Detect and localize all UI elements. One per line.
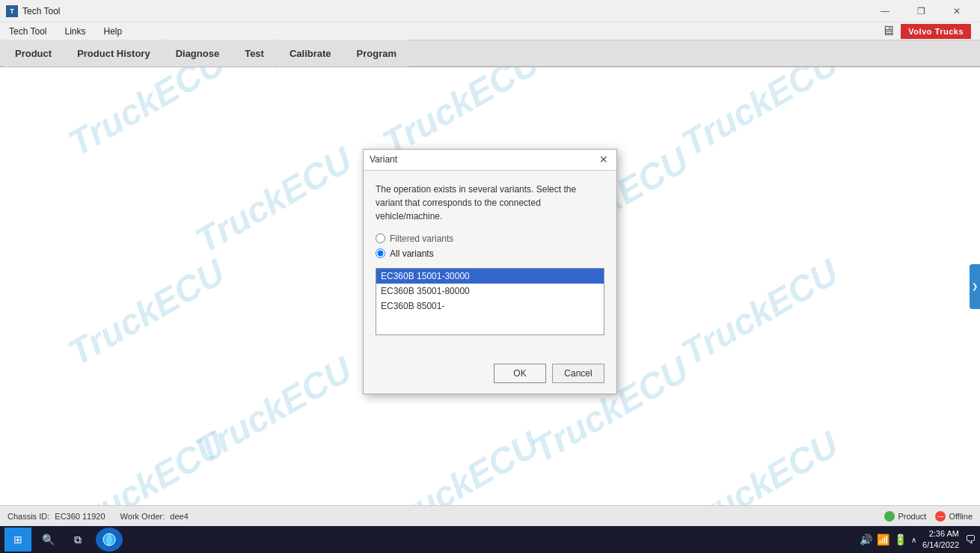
tab-diagnose[interactable]: Diagnose [164,40,232,67]
radio-all-label: All variants [390,248,434,259]
menu-bar: Tech Tool Links Help 🖥 Volvo Trucks [0,22,980,40]
chassis-info: Chassis ID: EC360 11920 [7,512,105,521]
status-bar: Chassis ID: EC360 11920 Work Order: dee4… [0,505,980,526]
battery-icon: 🔋 [894,534,907,546]
variant-dialog: Variant ✕ The operation exists in severa… [363,149,617,394]
dialog-close-button[interactable]: ✕ [597,153,610,166]
radio-filtered-input[interactable] [376,233,385,243]
side-handle[interactable]: ❯ [970,264,980,309]
close-button[interactable]: ✕ [940,0,974,22]
workorder-info: Work Order: dee4 [120,512,189,521]
chevron-icon[interactable]: ∧ [911,536,916,544]
menu-links[interactable]: Links [61,25,88,38]
variant-item-1[interactable]: EC360B 15001-30000 [376,269,604,284]
offline-status-label: Offline [949,512,973,521]
status-left: Chassis ID: EC360 11920 Work Order: dee4 [7,512,189,521]
notification-icon[interactable]: 🗨 [965,534,976,546]
dialog-footer: OK Cancel [364,358,616,394]
minimize-button[interactable]: — [868,0,902,22]
speaker-icon: 🔊 [860,534,872,546]
browser-icon [102,532,117,547]
status-right: Product Offline [884,511,973,522]
product-status: Product [884,511,926,522]
variant-item-2[interactable]: EC360B 35001-80000 [376,284,604,299]
workorder-value: dee4 [170,512,188,521]
dialog-titlebar: Variant ✕ [364,150,616,171]
monitor-icon: 🖥 [881,23,895,39]
offline-status-icon [935,511,946,522]
ok-button[interactable]: OK [494,364,546,383]
start-button[interactable]: ⊞ [4,528,31,552]
tab-product[interactable]: Product [3,40,64,67]
chassis-value: EC360 11920 [55,512,105,521]
taskbar-time-display: 2:36 AM [922,528,959,540]
radio-group: Filtered variants All variants [376,233,604,259]
menu-help[interactable]: Help [101,25,126,38]
taskbar-left: ⊞ 🔍 ⧉ [4,528,124,552]
search-button[interactable]: 🔍 [34,528,61,552]
browser-button[interactable] [96,528,123,552]
tab-program[interactable]: Program [345,40,408,67]
taskbar-right: 🔊 📶 🔋 ∧ 2:36 AM 6/14/2022 🗨 [860,528,976,552]
radio-filtered-label: Filtered variants [390,233,453,244]
title-bar: T Tech Tool — ❐ ✕ [0,0,980,22]
product-status-label: Product [898,512,926,521]
cancel-button[interactable]: Cancel [552,364,604,383]
maximize-button[interactable]: ❐ [904,0,938,22]
app-icon: T [6,5,18,17]
chassis-label: Chassis ID: [7,512,49,521]
tab-calibrate[interactable]: Calibrate [278,40,343,67]
dialog-description: The operation exists in several variants… [376,183,604,223]
radio-all[interactable]: All variants [376,248,604,259]
task-view-button[interactable]: ⧉ [64,528,91,552]
taskbar-datetime: 2:36 AM 6/14/2022 [922,528,959,552]
taskbar-date-display: 6/14/2022 [922,540,959,551]
offline-status: Offline [935,511,973,522]
variant-listbox[interactable]: EC360B 15001-30000 EC360B 35001-80000 EC… [376,268,604,335]
app-title: Tech Tool [22,6,60,16]
volvo-trucks-button[interactable]: Volvo Trucks [901,24,971,39]
dialog-body: The operation exists in several variants… [364,171,616,358]
title-bar-left: T Tech Tool [6,5,60,17]
dialog-title: Variant [370,154,397,165]
main-content: TruckECU TruckECU TruckECU TruckECU Truc… [0,67,980,505]
taskbar-icons: 🔊 📶 🔋 ∧ [860,534,916,546]
nav-bar: Product Product History Diagnose Test Ca… [0,40,980,67]
variant-item-3[interactable]: EC360B 85001- [376,299,604,314]
radio-filtered[interactable]: Filtered variants [376,233,604,244]
radio-all-input[interactable] [376,248,385,258]
side-handle-icon: ❯ [972,282,978,290]
menu-techtool[interactable]: Tech Tool [6,25,49,38]
tab-product-history[interactable]: Product History [65,40,162,67]
workorder-label: Work Order: [120,512,165,521]
window-controls: — ❐ ✕ [868,0,974,22]
tab-test[interactable]: Test [233,40,276,67]
taskbar: ⊞ 🔍 ⧉ 🔊 📶 🔋 ∧ 2:36 AM 6/14/2022 🗨 [0,526,980,553]
network-icon: 📶 [877,534,889,546]
dialog-overlay: Variant ✕ The operation exists in severa… [0,67,980,505]
product-status-icon [884,511,895,522]
